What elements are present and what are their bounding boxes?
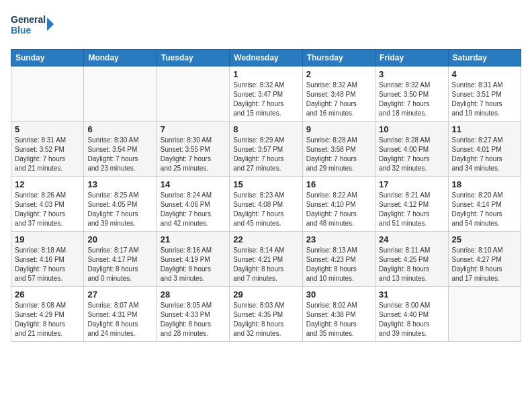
calendar-cell: 8Sunrise: 8:29 AMSunset: 3:57 PMDaylight… <box>230 122 302 177</box>
weekday-header-row: SundayMondayTuesdayWednesdayThursdayFrid… <box>11 50 521 66</box>
calendar-cell <box>157 66 229 122</box>
day-info-line: and 34 minutes. <box>452 164 517 173</box>
day-info-line: Sunset: 4:06 PM <box>161 200 226 210</box>
week-row-4: 19Sunrise: 8:18 AMSunset: 4:16 PMDayligh… <box>11 232 521 287</box>
calendar-cell: 17Sunrise: 8:21 AMSunset: 4:12 PMDayligh… <box>375 177 448 232</box>
day-info-line: and 0 minutes. <box>87 274 152 283</box>
calendar-cell: 10Sunrise: 8:28 AMSunset: 4:00 PMDayligh… <box>375 122 448 177</box>
day-info-line: Sunset: 4:01 PM <box>452 145 517 154</box>
day-info-line: Daylight: 7 hours <box>452 99 517 109</box>
day-info-line: and 32 minutes. <box>233 329 298 338</box>
day-info-line: Daylight: 7 hours <box>379 99 444 109</box>
day-info-line: and 7 minutes. <box>233 274 298 283</box>
day-info-line: Sunrise: 8:32 AM <box>306 81 371 90</box>
day-info-line: and 3 minutes. <box>161 274 226 283</box>
calendar-cell: 12Sunrise: 8:26 AMSunset: 4:03 PMDayligh… <box>11 177 84 232</box>
day-number: 8 <box>233 124 298 134</box>
day-info-line: and 29 minutes. <box>306 164 371 173</box>
day-number: 21 <box>161 234 226 244</box>
logo-svg: GeneralBlue <box>11 11 58 41</box>
day-info-line: Sunrise: 8:16 AM <box>161 246 226 255</box>
day-info-line: Sunrise: 8:31 AM <box>15 136 80 145</box>
day-info-line: Daylight: 8 hours <box>306 320 371 329</box>
day-number: 18 <box>452 179 517 189</box>
day-info-line: Sunset: 4:29 PM <box>15 310 80 320</box>
day-info-line: Daylight: 7 hours <box>306 99 371 109</box>
day-info-line: and 19 minutes. <box>452 109 517 118</box>
day-info-line: and 25 minutes. <box>161 164 226 173</box>
calendar-cell: 31Sunrise: 8:00 AMSunset: 4:40 PMDayligh… <box>375 287 448 342</box>
calendar-cell: 19Sunrise: 8:18 AMSunset: 4:16 PMDayligh… <box>11 232 84 287</box>
calendar-cell: 2Sunrise: 8:32 AMSunset: 3:48 PMDaylight… <box>302 66 375 122</box>
day-info-line: and 18 minutes. <box>379 109 444 118</box>
day-info-line: Sunset: 4:40 PM <box>379 310 444 320</box>
day-info-line: Sunset: 4:21 PM <box>233 255 298 265</box>
day-number: 17 <box>379 179 444 189</box>
day-info-line: and 51 minutes. <box>379 219 444 228</box>
day-info-line: and 17 minutes. <box>452 274 517 283</box>
day-info-line: Daylight: 7 hours <box>452 210 517 219</box>
day-number: 6 <box>87 124 152 134</box>
day-info-line: Sunset: 4:33 PM <box>161 310 226 320</box>
day-info-line: and 37 minutes. <box>15 219 80 228</box>
day-info-line: Daylight: 7 hours <box>233 99 298 109</box>
day-number: 25 <box>452 234 517 244</box>
day-info-line: and 39 minutes. <box>379 329 444 338</box>
day-info-line: Sunset: 4:27 PM <box>452 255 517 265</box>
calendar-cell: 4Sunrise: 8:31 AMSunset: 3:51 PMDaylight… <box>448 66 521 122</box>
calendar-cell: 21Sunrise: 8:16 AMSunset: 4:19 PMDayligh… <box>157 232 229 287</box>
weekday-header-thursday: Thursday <box>302 50 375 66</box>
day-info-line: Sunset: 4:05 PM <box>87 200 152 210</box>
day-info-line: Daylight: 8 hours <box>233 265 298 274</box>
weekday-header-monday: Monday <box>84 50 157 66</box>
day-number: 10 <box>379 124 444 134</box>
day-info-line: Daylight: 8 hours <box>233 320 298 329</box>
calendar-cell: 15Sunrise: 8:23 AMSunset: 4:08 PMDayligh… <box>230 177 302 232</box>
calendar-cell: 20Sunrise: 8:17 AMSunset: 4:17 PMDayligh… <box>84 232 157 287</box>
week-row-1: 1Sunrise: 8:32 AMSunset: 3:47 PMDaylight… <box>11 66 521 122</box>
day-info-line: and 48 minutes. <box>306 219 371 228</box>
day-number: 20 <box>87 234 152 244</box>
day-info-line: Daylight: 8 hours <box>452 265 517 274</box>
day-info-line: Sunset: 3:48 PM <box>306 90 371 99</box>
calendar-cell: 23Sunrise: 8:13 AMSunset: 4:23 PMDayligh… <box>302 232 375 287</box>
day-number: 7 <box>161 124 226 134</box>
day-info-line: and 35 minutes. <box>306 329 371 338</box>
day-info-line: and 32 minutes. <box>379 164 444 173</box>
day-info-line: Sunrise: 8:30 AM <box>87 136 152 145</box>
day-info-line: Sunrise: 8:28 AM <box>306 136 371 145</box>
day-info-line: Sunset: 4:23 PM <box>306 255 371 265</box>
day-number: 11 <box>452 124 517 134</box>
calendar-cell: 14Sunrise: 8:24 AMSunset: 4:06 PMDayligh… <box>157 177 229 232</box>
day-info-line: and 28 minutes. <box>161 329 226 338</box>
day-info-line: Sunset: 3:55 PM <box>161 145 226 154</box>
calendar-cell: 24Sunrise: 8:11 AMSunset: 4:25 PMDayligh… <box>375 232 448 287</box>
svg-text:Blue: Blue <box>11 25 32 36</box>
day-info-line: Daylight: 7 hours <box>87 154 152 164</box>
day-info-line: Sunset: 3:52 PM <box>15 145 80 154</box>
day-number: 29 <box>233 289 298 300</box>
day-info-line: Daylight: 7 hours <box>233 154 298 164</box>
day-info-line: Sunset: 4:17 PM <box>87 255 152 265</box>
day-number: 30 <box>306 289 371 300</box>
day-number: 14 <box>161 179 226 189</box>
day-info-line: Sunrise: 8:32 AM <box>233 81 298 90</box>
day-info-line: Daylight: 7 hours <box>161 210 226 219</box>
week-row-2: 5Sunrise: 8:31 AMSunset: 3:52 PMDaylight… <box>11 122 521 177</box>
calendar-cell: 7Sunrise: 8:30 AMSunset: 3:55 PMDaylight… <box>157 122 229 177</box>
week-row-5: 26Sunrise: 8:08 AMSunset: 4:29 PMDayligh… <box>11 287 521 342</box>
day-info-line: Sunset: 3:57 PM <box>233 145 298 154</box>
calendar-cell: 6Sunrise: 8:30 AMSunset: 3:54 PMDaylight… <box>84 122 157 177</box>
day-info-line: Sunrise: 8:08 AM <box>15 301 80 310</box>
day-info-line: Sunset: 4:03 PM <box>15 200 80 210</box>
day-info-line: Sunrise: 8:18 AM <box>15 246 80 255</box>
day-number: 24 <box>379 234 444 244</box>
day-number: 16 <box>306 179 371 189</box>
day-number: 12 <box>15 179 80 189</box>
day-info-line: Sunrise: 8:21 AM <box>379 191 444 200</box>
calendar-header: SundayMondayTuesdayWednesdayThursdayFrid… <box>11 50 521 66</box>
day-number: 26 <box>15 289 80 300</box>
day-info-line: Sunset: 4:35 PM <box>233 310 298 320</box>
calendar-cell <box>11 66 84 122</box>
day-info-line: Daylight: 7 hours <box>233 210 298 219</box>
